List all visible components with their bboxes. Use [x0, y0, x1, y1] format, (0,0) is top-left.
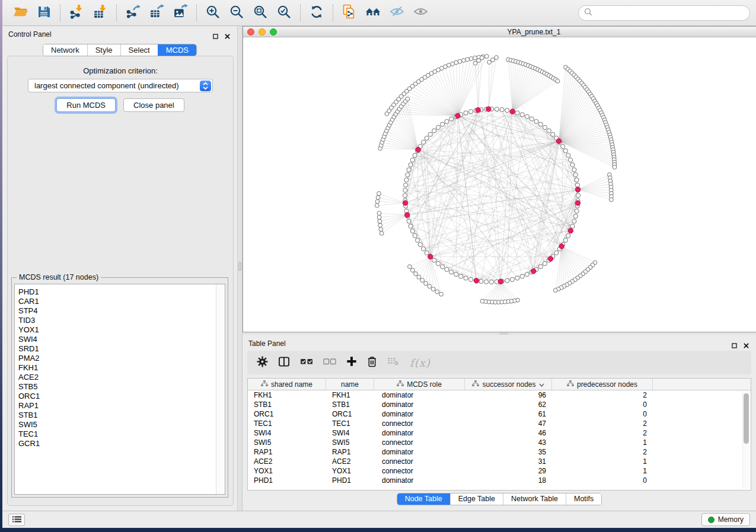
mcds-result-item[interactable]: SWI4 [18, 335, 215, 344]
table-row[interactable]: SWI5SWI5connector431 [248, 438, 751, 447]
tab-edge-table[interactable]: Edge Table [450, 493, 503, 505]
duplicate-network-button[interactable] [337, 2, 361, 24]
table-row[interactable]: STB1STB1dominator620 [248, 400, 751, 409]
open-session-button[interactable] [8, 2, 32, 24]
export-network-button[interactable] [121, 2, 145, 24]
maximize-traffic-light[interactable] [270, 28, 277, 36]
save-session-button[interactable] [32, 2, 56, 24]
column-header-predecessor-nodes[interactable]: predecessor nodes [552, 379, 653, 390]
mcds-result-item[interactable]: TEC1 [18, 430, 215, 439]
search-input[interactable] [595, 9, 744, 17]
mcds-result-item[interactable]: CAR1 [18, 297, 215, 306]
cell: 0 [552, 400, 653, 409]
toolbar-separator [300, 5, 301, 21]
column-header-name[interactable]: name [326, 379, 374, 390]
mcds-result-item[interactable]: GCR1 [18, 439, 215, 448]
task-history-button[interactable] [8, 514, 25, 526]
fx-icon: f(x) [410, 357, 430, 369]
table-row[interactable]: YOX1YOX1connector291 [248, 466, 751, 476]
select-all-rows-button[interactable] [300, 357, 313, 368]
zoom-selected-button[interactable] [272, 2, 296, 24]
splitter-handle[interactable] [238, 262, 241, 271]
zoom-out-button[interactable] [225, 2, 248, 24]
mcds-list-scrollbar[interactable] [216, 284, 225, 494]
add-column-button[interactable] [346, 356, 357, 369]
mcds-result-item[interactable]: ACE2 [18, 373, 215, 382]
first-neighbors-button[interactable] [361, 2, 385, 24]
mcds-result-list[interactable]: PHD1CAR1STP4TID3YOX1SWI4SRD1PMA2FKH1ACE2… [14, 284, 225, 495]
table-row[interactable]: TEC1TEC1connector472 [248, 419, 751, 428]
memory-status-dot [708, 517, 714, 523]
table-row[interactable]: ACE2ACE2connector311 [248, 457, 751, 466]
memory-button[interactable]: Memory [701, 513, 750, 526]
network-graph [243, 37, 755, 332]
column-header-shared-name[interactable]: shared name [248, 379, 326, 390]
delete-columns-button[interactable] [367, 356, 377, 370]
optimization-criterion-select[interactable]: largest connected component (undirected) [28, 79, 213, 92]
search-field[interactable] [578, 5, 750, 21]
mcds-result-item[interactable]: TID3 [18, 316, 215, 325]
mcds-result-item[interactable]: PMA2 [18, 354, 215, 363]
cell: RAP1 [326, 448, 374, 456]
show-columns-button[interactable] [278, 356, 290, 370]
close-traffic-light[interactable] [247, 28, 254, 36]
table-row[interactable]: SWI4SWI4dominator462 [248, 428, 751, 438]
mcds-result-item[interactable]: PHD1 [18, 287, 215, 297]
tab-style[interactable]: Style [87, 44, 120, 56]
table-row[interactable]: PHD1PHD1dominator180 [248, 476, 751, 485]
refresh-button[interactable] [305, 2, 328, 24]
minimize-traffic-light[interactable] [259, 28, 266, 36]
float-panel-icon[interactable] [213, 31, 218, 41]
hide-selected-button[interactable] [385, 2, 409, 24]
houses-icon [365, 4, 381, 22]
export-table-button[interactable] [145, 2, 168, 24]
function-builder-button: f(x) [410, 357, 430, 369]
mcds-result-item[interactable]: YOX1 [18, 325, 215, 335]
column-header-successor-nodes[interactable]: successor nodes [465, 379, 552, 390]
tab-mcds[interactable]: MCDS [158, 44, 196, 56]
column-header-MCDS-role[interactable]: MCDS role [374, 379, 465, 390]
mcds-result-item[interactable]: STB5 [18, 382, 215, 392]
mcds-result-item[interactable]: RAP1 [18, 401, 215, 411]
mcds-result-item[interactable]: STP4 [18, 306, 215, 316]
close-panel-icon[interactable] [225, 31, 230, 41]
tab-network-table[interactable]: Network Table [503, 493, 566, 505]
import-network-button[interactable] [65, 2, 88, 24]
columns-icon [278, 356, 290, 370]
close-panel-button[interactable]: Close panel [123, 98, 184, 112]
run-mcds-button[interactable]: Run MCDS [56, 98, 116, 112]
tab-node-table[interactable]: Node Table [397, 493, 450, 505]
mcds-result-item[interactable]: SRD1 [18, 344, 215, 354]
deselect-all-rows-button[interactable] [323, 357, 336, 368]
close-panel-icon[interactable] [744, 340, 749, 351]
export-image-button[interactable] [168, 2, 192, 24]
import-table-button[interactable] [88, 2, 112, 24]
cell: connector [374, 438, 465, 447]
zoom-fit-button[interactable] [248, 2, 272, 24]
cell: connector [374, 467, 465, 475]
zoom-in-button[interactable] [201, 2, 225, 24]
table-scrollbar[interactable] [742, 391, 749, 489]
float-panel-icon[interactable] [732, 340, 737, 351]
table-scrollbar-thumb[interactable] [744, 393, 749, 444]
vertical-splitter[interactable] [237, 26, 243, 511]
table-row[interactable]: RAP1RAP1dominator352 [248, 447, 751, 457]
table-row[interactable]: ORC1ORC1dominator610 [248, 409, 751, 419]
network-canvas[interactable] [243, 37, 756, 332]
mcds-result-item[interactable]: SWI5 [18, 420, 215, 430]
mcds-result-item[interactable]: ORC1 [18, 392, 215, 401]
cell: 1 [552, 457, 653, 466]
show-all-button[interactable] [409, 2, 432, 24]
table-settings-button[interactable] [257, 356, 268, 370]
table-row[interactable]: FKH1FKH1dominator962 [248, 390, 751, 400]
node-table[interactable]: shared namenameMCDS rolesuccessor nodesp… [247, 378, 751, 491]
cell: STB1 [326, 400, 374, 409]
cell: 1 [552, 438, 653, 447]
cell: dominator [374, 400, 465, 409]
export-image-icon [173, 4, 188, 21]
tab-network[interactable]: Network [43, 44, 87, 56]
tab-motifs[interactable]: Motifs [566, 493, 601, 505]
mcds-result-item[interactable]: STB1 [18, 411, 215, 420]
tab-select[interactable]: Select [120, 44, 158, 56]
mcds-result-item[interactable]: FKH1 [18, 363, 215, 373]
